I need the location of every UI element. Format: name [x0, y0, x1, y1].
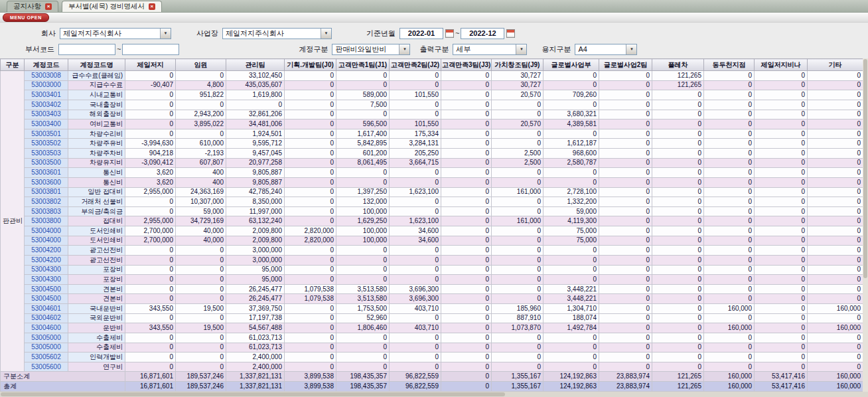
account-code-cell[interactable]: 53003403: [25, 110, 68, 119]
account-code-cell[interactable]: 53003000: [25, 80, 68, 90]
scrollbar-thumb[interactable]: [1, 392, 505, 396]
account-code-cell[interactable]: 53004602: [25, 313, 68, 323]
column-header[interactable]: 기타: [808, 59, 863, 71]
horizontal-scrollbar[interactable]: [0, 392, 868, 397]
table-row[interactable]: 53003401시내교통비0951,8221,619,8000589,00010…: [1, 90, 863, 100]
calendar-icon[interactable]: [445, 29, 454, 38]
account-code-cell[interactable]: 53004600: [25, 323, 68, 333]
account-code-cell[interactable]: 53003500: [25, 158, 68, 168]
table-row[interactable]: 53003802거래처 선물비010,307,0008,350,0000132,…: [1, 197, 863, 207]
scrollbar-thumb[interactable]: [863, 59, 867, 278]
column-header[interactable]: 고객만족1팀(J1): [336, 59, 390, 71]
table-row[interactable]: 53004602국외운반비0017,197,738052,96000887,91…: [1, 313, 863, 323]
column-header[interactable]: 가치창조팀(J9): [492, 59, 543, 71]
account-code-cell[interactable]: 53004000: [25, 226, 68, 236]
table-row[interactable]: 53004500견본비0026,245,4771,079,5383,513,58…: [1, 294, 863, 304]
table-row[interactable]: 판관비53003008급수수료(클레임)0033,102,450000030,7…: [1, 71, 863, 81]
menu-open-button[interactable]: MENU OPEN: [3, 13, 49, 22]
column-header[interactable]: 글로벌사업부: [543, 59, 599, 71]
column-header[interactable]: 고객만족2팀(J2): [390, 59, 441, 71]
period-to-input[interactable]: 2022-12: [461, 28, 504, 39]
dept-from-input[interactable]: [58, 44, 115, 55]
account-code-cell[interactable]: 53005600: [25, 362, 68, 372]
table-row[interactable]: 53004200광고선전비003,000,00000000000000: [1, 255, 863, 265]
chevron-down-icon[interactable]: ▼: [626, 44, 636, 54]
period-from-input[interactable]: 2022-01: [399, 28, 443, 39]
account-code-cell[interactable]: 53003600: [25, 177, 68, 187]
table-row[interactable]: 53003500차량유지비-3,090,412607,80720,977,258…: [1, 158, 863, 168]
vertical-scrollbar[interactable]: [863, 58, 868, 392]
account-code-cell[interactable]: 53003801: [25, 187, 68, 197]
account-code-cell[interactable]: 53004200: [25, 255, 68, 265]
account-code-cell[interactable]: 53004500: [25, 294, 68, 304]
close-icon[interactable]: ×: [149, 3, 155, 10]
chevron-down-icon[interactable]: ▼: [160, 29, 171, 39]
account-code-cell[interactable]: 53005000: [25, 343, 68, 353]
table-row[interactable]: 53003801일반 접대비2,955,00024,363,16942,785,…: [1, 187, 863, 197]
table-row[interactable]: 53005000수출제비0061,023,71300000000000: [1, 333, 863, 343]
chevron-down-icon[interactable]: ▼: [399, 44, 409, 54]
paper-type-select[interactable]: A4 ▼: [575, 44, 637, 55]
table-row[interactable]: 53005602인력개발비002,400,00000000000000: [1, 353, 863, 362]
column-header[interactable]: 관리팀: [226, 59, 285, 71]
dept-to-input[interactable]: [122, 44, 179, 55]
table-row[interactable]: 53004200광고선전비003,000,00000000000000: [1, 246, 863, 256]
table-row[interactable]: 53003803부의금/축의금059,00011,997,0000100,000…: [1, 206, 863, 216]
account-code-cell[interactable]: 53003503: [25, 149, 68, 159]
account-code-cell[interactable]: 53003802: [25, 197, 68, 207]
account-code-cell[interactable]: 53003501: [25, 129, 68, 139]
table-row[interactable]: 53004300포장비0095,00000000000000: [1, 265, 863, 275]
table-row[interactable]: 53003000지급수수료-90,4074,800435,035,6070000…: [1, 80, 863, 90]
account-code-cell[interactable]: 53003601: [25, 168, 68, 178]
chevron-down-icon[interactable]: ▼: [516, 44, 526, 54]
account-code-cell[interactable]: 53004000: [25, 236, 68, 246]
table-row[interactable]: 53003502차량주유비-3,994,630610,0009,595,7120…: [1, 139, 863, 149]
table-row[interactable]: 53004500견본비0026,245,4771,079,5383,513,58…: [1, 284, 863, 294]
column-header[interactable]: 고객만족3팀(J3): [441, 59, 492, 71]
table-row[interactable]: 53003800접대비2,955,00034,729,16963,132,240…: [1, 216, 863, 226]
account-code-cell[interactable]: 53003008: [25, 71, 68, 81]
close-icon[interactable]: ×: [45, 3, 52, 10]
account-code-cell[interactable]: 53005000: [25, 333, 68, 343]
account-code-cell[interactable]: 53003803: [25, 206, 68, 216]
column-header[interactable]: 동두천지점: [704, 59, 755, 71]
table-row[interactable]: 53003400여비교통비03,895,02234,481,0060596,50…: [1, 119, 863, 129]
table-row[interactable]: 53005000수출제비0061,023,71300000000000: [1, 343, 863, 353]
column-header[interactable]: 제일저지: [125, 59, 176, 71]
column-header[interactable]: 계정코드명: [68, 59, 125, 71]
account-type-select[interactable]: 판매비와일반비 ▼: [332, 44, 410, 55]
tab-notice[interactable]: 공지사항 ×: [7, 1, 58, 12]
account-code-cell[interactable]: 53003402: [25, 100, 68, 110]
account-code-cell[interactable]: 53003400: [25, 119, 68, 129]
table-row[interactable]: 53003601통신비3,6204009,805,88700000000000: [1, 168, 863, 178]
column-header[interactable]: 제일저지비나: [755, 59, 808, 71]
calendar-icon[interactable]: [506, 29, 515, 38]
column-header[interactable]: 구분: [1, 59, 25, 71]
column-header[interactable]: 플레차: [652, 59, 704, 71]
table-row[interactable]: 53005600연구비002,400,00000000000000: [1, 362, 863, 372]
chevron-down-icon[interactable]: ▼: [321, 29, 331, 39]
table-row[interactable]: 53004300포장비0095,00000000000000: [1, 275, 863, 285]
table-row[interactable]: 53004000도서인쇄비2,700,00040,0002,009,8002,8…: [1, 236, 863, 246]
table-row[interactable]: 53003403해외출장비02,943,20032,861,206000003,…: [1, 110, 863, 119]
account-code-cell[interactable]: 53004200: [25, 246, 68, 256]
column-header[interactable]: 기획.개발팀(J0): [285, 59, 336, 71]
column-header[interactable]: 글로벌사업2팀: [599, 59, 652, 71]
table-row[interactable]: 53003600통신비3,6204009,805,88700000000000: [1, 177, 863, 187]
account-code-cell[interactable]: 53003401: [25, 90, 68, 100]
table-row[interactable]: 53003501차량수리비001,924,50101,617,400175,33…: [1, 129, 863, 139]
account-code-cell[interactable]: 53005602: [25, 353, 68, 362]
account-code-cell[interactable]: 53004300: [25, 275, 68, 285]
account-code-cell[interactable]: 53004500: [25, 284, 68, 294]
table-row[interactable]: 53004601국내운반비343,55019,50037,369,75001,7…: [1, 304, 863, 314]
account-code-cell[interactable]: 53003502: [25, 139, 68, 149]
table-row[interactable]: 53003402국내출장비00007,500000000000: [1, 100, 863, 110]
column-header[interactable]: 계정코드: [25, 59, 68, 71]
column-header[interactable]: 임원: [176, 59, 226, 71]
table-row[interactable]: 53003503차량주차비904,218-2,1939,457,0450601,…: [1, 149, 863, 159]
tab-expense-report[interactable]: 부서별(세목) 경비명세서 ×: [62, 1, 162, 12]
account-code-cell[interactable]: 53004601: [25, 304, 68, 314]
output-type-select[interactable]: 세부 ▼: [453, 44, 527, 55]
account-code-cell[interactable]: 53004300: [25, 265, 68, 275]
table-row[interactable]: 53004000도서인쇄비2,700,00040,0002,009,8002,8…: [1, 226, 863, 236]
